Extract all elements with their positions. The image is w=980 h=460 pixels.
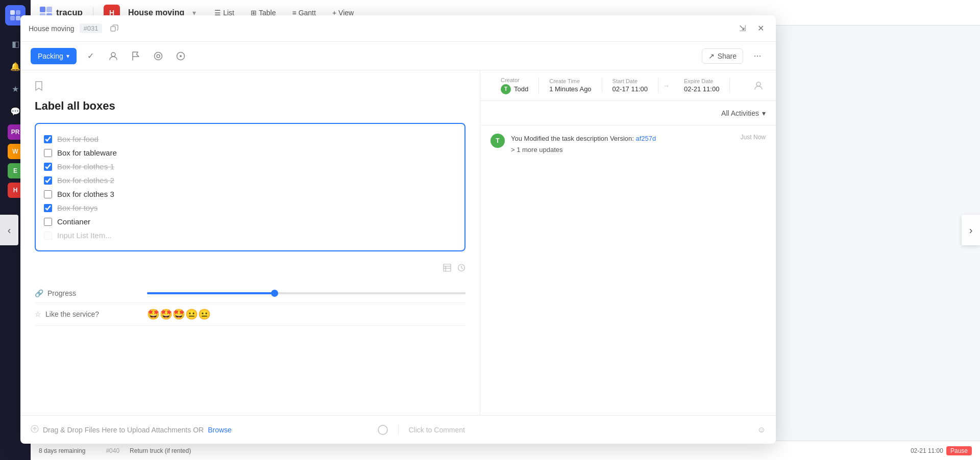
prev-task-arrow[interactable]: ‹ [0, 215, 18, 245]
svg-point-13 [180, 55, 182, 57]
checklist-container: Box for food Box for tableware Box for c… [35, 123, 465, 251]
activity-filter-label: All Activities [721, 109, 759, 117]
comment-area[interactable]: Click to Comment ☺ [399, 425, 776, 435]
task-id-badge: #031 [80, 23, 103, 33]
create-time-value: 1 Minutes Ago [549, 85, 591, 93]
progress-thumb[interactable] [271, 290, 278, 297]
modal-header-right: ⇲ ✕ [735, 21, 768, 36]
svg-point-19 [756, 82, 761, 86]
browse-link[interactable]: Browse [208, 426, 232, 434]
date-arrow-icon: → [658, 82, 674, 90]
activity-filter-button[interactable]: All Activities ▾ [721, 109, 766, 117]
checklist-item: Box for clothes 1 [44, 160, 456, 173]
modal-right-panel: Creator T Todd Create Time 1 Minutes Ago… [480, 70, 776, 415]
checklist-label-food: Box for food [57, 135, 99, 143]
assignee-meta-icon[interactable] [751, 79, 766, 93]
copy-link-icon[interactable] [107, 21, 121, 36]
start-date-value: 02-17 11:00 [612, 85, 648, 93]
task-id-bg: #040 [106, 447, 119, 454]
creator-value: T Todd [501, 84, 528, 94]
creator-name: Todd [514, 85, 528, 93]
close-icon[interactable]: ✕ [753, 21, 768, 36]
status-badge-bg: Pause [946, 446, 972, 455]
progress-label-text: Progress [47, 289, 76, 297]
activity-content: You Modified the task description Versio… [511, 134, 728, 154]
svg-rect-2 [10, 16, 15, 20]
activity-text: You Modified the task description Versio… [511, 134, 728, 144]
properties-section: 🔗 Progress ☆ Like the service? [35, 284, 465, 326]
share-button[interactable]: ↗ Share [702, 48, 743, 64]
svg-rect-14 [444, 264, 451, 271]
checklist-checkbox-clothes2[interactable] [44, 176, 52, 185]
emoji-icon[interactable]: ☺ [757, 425, 766, 435]
share-label: Share [718, 52, 737, 60]
rating-label: ☆ Like the service? [35, 310, 147, 318]
expire-date-meta: Expire Date 02-21 11:00 [674, 78, 730, 93]
task-name-bg: Return truck (if rented) [130, 447, 191, 454]
progress-bar[interactable] [147, 292, 465, 294]
comment-placeholder-text: Click to Comment [409, 426, 465, 434]
checklist-checkbox-tableware[interactable] [44, 149, 52, 157]
creator-label: Creator [501, 77, 528, 83]
check-toolbar-icon[interactable]: ✓ [83, 48, 99, 64]
bookmark-area [35, 81, 465, 93]
checklist-label-tableware: Box for tableware [57, 148, 117, 157]
svg-rect-1 [16, 10, 20, 15]
bookmark-icon[interactable] [35, 83, 43, 93]
more-options-button[interactable]: ··· [749, 48, 766, 64]
tag-toolbar-icon[interactable] [150, 48, 166, 64]
modal-footer: Drag & Drop Files Here to Upload Attachm… [20, 415, 776, 444]
progress-track [147, 292, 465, 294]
checklist-placeholder-text[interactable]: Input List Item... [57, 231, 112, 240]
upload-icon [31, 425, 39, 435]
svg-rect-0 [10, 10, 15, 15]
status-button[interactable]: Packing ▾ [31, 48, 77, 64]
activity-list: T You Modified the task description Vers… [480, 125, 776, 415]
share-arrow-icon: ↗ [708, 52, 715, 60]
svg-point-9 [111, 53, 115, 57]
checklist-label-clothes2: Box for clothes 2 [57, 176, 114, 185]
checklist-label-toys: Box for toys [57, 203, 97, 212]
clock-action-icon[interactable] [457, 264, 465, 274]
rating-star-icon: ☆ [35, 310, 41, 318]
activity-version-link[interactable]: af257d [636, 135, 656, 142]
rating-stars: 🤩🤩🤩😐😐 [147, 309, 211, 320]
rating-label-text: Like the service? [45, 310, 99, 318]
table-action-icon[interactable] [443, 264, 451, 274]
task-date-bg: 02-21 11:00 [911, 447, 943, 454]
checklist-checkbox-container[interactable] [44, 218, 52, 226]
minimize-icon[interactable]: ⇲ [735, 21, 749, 36]
checklist-checkbox-placeholder [44, 232, 52, 240]
checklist-checkbox-clothes3[interactable] [44, 190, 52, 198]
start-date-meta: Start Date 02-17 11:00 [602, 78, 658, 93]
task-meta-bar: Creator T Todd Create Time 1 Minutes Ago… [480, 70, 776, 101]
creator-avatar: T [501, 84, 511, 94]
rating-row: ☆ Like the service? 🤩🤩🤩😐😐 [35, 303, 465, 326]
modal-body: Label all boxes Box for food Box for tab… [20, 70, 776, 415]
checklist-item: Box for food [44, 132, 456, 146]
checklist-item: Contianer [44, 215, 456, 228]
next-task-arrow[interactable]: › [962, 215, 980, 245]
options-toolbar-icon[interactable] [173, 48, 189, 64]
checklist-checkbox-food[interactable] [44, 135, 52, 143]
task-modal: House moving #031 ⇲ ✕ Packing ▾ ✓ [20, 15, 776, 444]
svg-point-11 [157, 55, 160, 58]
upload-area[interactable]: Drag & Drop Files Here to Upload Attachm… [20, 425, 399, 435]
progress-link-icon: 🔗 [35, 289, 43, 297]
task-title[interactable]: Label all boxes [35, 99, 465, 113]
activity-header: All Activities ▾ [480, 101, 776, 125]
expire-date-value: 02-21 11:00 [684, 85, 719, 93]
assignee-toolbar-icon[interactable] [105, 48, 121, 64]
activity-more-updates[interactable]: > 1 more updates [511, 146, 728, 154]
checklist-checkbox-toys[interactable] [44, 204, 52, 212]
checklist-label-clothes3: Box for clothes 3 [57, 190, 114, 198]
rating-value[interactable]: 🤩🤩🤩😐😐 [147, 308, 465, 320]
create-time-label: Create Time [549, 78, 591, 84]
checklist-checkbox-clothes1[interactable] [44, 163, 52, 171]
bottom-row-tags: 02-21 11:00 Pause [911, 446, 972, 455]
progress-fill [147, 292, 275, 294]
expire-date-label: Expire Date [684, 78, 719, 84]
checklist-item: Box for clothes 3 [44, 187, 456, 201]
svg-rect-4 [40, 7, 45, 12]
flag-toolbar-icon[interactable] [128, 48, 144, 64]
